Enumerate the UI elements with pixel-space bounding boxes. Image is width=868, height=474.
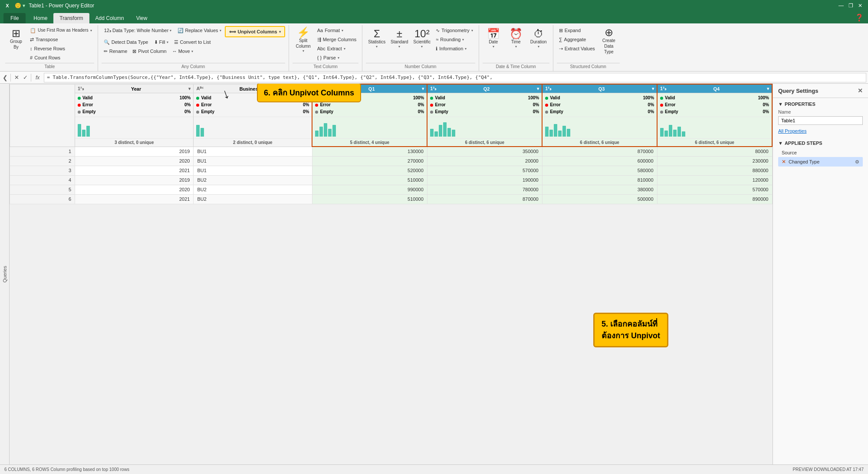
- minimize-btn[interactable]: —: [837, 1, 845, 10]
- query-settings-panel: Query Settings ✕ ▼ PROPERTIES Name All P…: [773, 84, 868, 464]
- scientific-button[interactable]: 10² Scientific ▾: [411, 26, 433, 52]
- text-group-content: ⚡ Split Column ▾ Aa Format ▾ ⇶ Merge Col…: [293, 26, 359, 62]
- cell-q2: 350000: [427, 147, 542, 156]
- ribbon: ⊞ Group By 📋 Use First Row as Headers ▾ …: [0, 23, 868, 72]
- col-header-q2[interactable]: 1²₃ Q2 ▾ Valid100% Error0% Empty0%: [427, 84, 542, 147]
- create-dt-icon: ⊕: [605, 27, 613, 38]
- fill-button[interactable]: ⬇ Fill ▾: [151, 38, 171, 46]
- query-name-input[interactable]: [778, 116, 863, 125]
- cell-year: 2021: [75, 166, 194, 175]
- maximize-btn[interactable]: ❐: [846, 1, 855, 10]
- formula-cancel-btn[interactable]: ✕: [13, 74, 20, 82]
- ribbon-tabs: File Home Transform Add Column View ❓: [0, 11, 868, 23]
- info-icon: ℹ: [436, 46, 437, 52]
- formula-input[interactable]: [44, 73, 866, 82]
- cell-bu: BU1: [194, 156, 312, 166]
- settings-header: Query Settings ✕: [773, 84, 868, 98]
- use-first-row-icon: 📋: [30, 28, 36, 33]
- formula-confirm-btn[interactable]: ✓: [21, 74, 29, 82]
- q4-filter-icon[interactable]: ▾: [767, 86, 769, 91]
- col-header-q3[interactable]: 1²₃ Q3 ▾ Valid100% Error0% Empty0%: [542, 84, 657, 147]
- queries-panel: Queries: [0, 84, 10, 464]
- move-button[interactable]: ↔ Move ▾: [170, 47, 196, 56]
- expand-button[interactable]: ⊞ Expand: [557, 26, 597, 35]
- table-row: 2 2020 BU1 270000 20000 600000 230000: [10, 156, 773, 166]
- q4-distinct: 6 distinct, 6 unique: [658, 138, 772, 146]
- col-header-year[interactable]: 1²₃ Year ▾ Valid100% Error0% Empty0%: [75, 84, 194, 147]
- tab-view[interactable]: View: [130, 13, 154, 23]
- duration-button[interactable]: ⏱ Duration ▾: [528, 26, 549, 52]
- group-by-button[interactable]: ⊞ Group By: [5, 26, 27, 52]
- statistics-button[interactable]: Σ Statistics ▾: [366, 26, 388, 52]
- q3-type-icon: 1²₃: [545, 86, 551, 92]
- tab-add-column[interactable]: Add Column: [89, 13, 130, 23]
- properties-section: ▼ PROPERTIES Name All Properties: [773, 98, 868, 137]
- information-button[interactable]: ℹ Information ▾: [434, 44, 475, 53]
- year-filter-icon[interactable]: ▾: [188, 86, 191, 91]
- step-error-icon: ✕: [782, 159, 786, 165]
- convert-to-list-button[interactable]: ☰ Convert to List: [172, 38, 213, 46]
- extract-values-button[interactable]: ⇢ Extract Values: [557, 44, 597, 53]
- format-button[interactable]: Aa Format ▾: [315, 26, 359, 35]
- q3-filter-icon[interactable]: ▾: [652, 86, 654, 91]
- data-type-dropdown[interactable]: 12₃ Data Type: Whole Number ▾: [102, 26, 174, 35]
- standard-button[interactable]: ± Standard ▾: [388, 26, 410, 52]
- replace-values-button[interactable]: 🔄 Replace Values ▾: [175, 26, 224, 35]
- cell-q3: 810000: [542, 175, 657, 185]
- step-source[interactable]: Source: [778, 148, 863, 157]
- pivot-icon: ⊠: [132, 49, 136, 54]
- settings-close-btn[interactable]: ✕: [858, 87, 863, 94]
- trigonometry-button[interactable]: ∿ Trigonometry ▾: [434, 26, 475, 35]
- unpivot-icon: ⟺: [229, 29, 236, 35]
- time-button[interactable]: ⏰ Time ▾: [505, 26, 527, 52]
- detect-data-type-button[interactable]: 🔍 Detect Data Type: [102, 38, 151, 46]
- split-icon: ⚡: [297, 27, 310, 38]
- help-icon[interactable]: ❓: [851, 12, 868, 23]
- cell-q1: 270000: [312, 156, 427, 166]
- reverse-rows-button[interactable]: ↕ Reverse Rows: [28, 44, 94, 53]
- title-bar: X 🙂 ▾ Table1 - Power Query Editor — ❐ ✕: [0, 0, 868, 11]
- cell-q2: 190000: [427, 175, 542, 185]
- create-data-type-button[interactable]: ⊕ Create Data Type: [598, 26, 620, 56]
- any-column-group-content: 12₃ Data Type: Whole Number ▾ 🔄 Replace …: [102, 26, 285, 62]
- extract-button[interactable]: Abc Extract ▾: [315, 44, 359, 53]
- applied-steps-section: ▼ APPLIED STEPS Source ✕ Changed Type ⚙: [773, 137, 868, 170]
- col-header-q4[interactable]: 1²₃ Q4 ▾ Valid100% Error0% Empty0%: [657, 84, 772, 147]
- duration-icon: ⏱: [533, 29, 544, 39]
- count-rows-button[interactable]: # Count Rows: [28, 53, 94, 62]
- year-distinct: 3 distinct, 0 unique: [75, 138, 193, 146]
- applied-steps-title: ▼ APPLIED STEPS: [778, 141, 863, 146]
- use-first-row-button[interactable]: 📋 Use First Row as Headers ▾: [28, 26, 94, 35]
- cell-year: 2020: [75, 156, 194, 166]
- rename-button[interactable]: ✏ Rename: [102, 47, 130, 56]
- step-gear-icon[interactable]: ⚙: [855, 159, 859, 165]
- date-button[interactable]: 📅 Date ▾: [483, 26, 504, 52]
- merge-columns-button[interactable]: ⇶ Merge Columns: [315, 35, 359, 44]
- pivot-column-button[interactable]: ⊠ Pivot Column: [130, 47, 168, 56]
- detect-icon: 🔍: [104, 39, 110, 45]
- transpose-button[interactable]: ⇄ Transpose: [28, 35, 94, 44]
- rounding-button[interactable]: ≈ Rounding ▾: [434, 35, 475, 44]
- table-group-content: ⊞ Group By 📋 Use First Row as Headers ▾ …: [5, 26, 94, 62]
- tab-transform[interactable]: Transform: [53, 13, 89, 23]
- year-type-icon: 1²₃: [78, 86, 84, 92]
- nav-left[interactable]: ❮: [2, 73, 9, 82]
- aggregate-button[interactable]: ∑ Aggregate: [557, 35, 597, 44]
- step-changed-type[interactable]: ✕ Changed Type ⚙: [778, 157, 863, 167]
- row-num: 3: [10, 166, 75, 175]
- close-btn[interactable]: ✕: [856, 1, 865, 10]
- ribbon-group-number: Σ Statistics ▾ ± Standard ▾ 10² Scientif…: [362, 25, 479, 71]
- parse-icon: { }: [317, 55, 322, 60]
- bu-type-icon: Aᴮᶜ: [196, 86, 204, 92]
- parse-button[interactable]: { } Parse ▾: [315, 53, 359, 62]
- cell-year: 2020: [75, 185, 194, 194]
- transpose-icon: ⇄: [30, 37, 34, 42]
- move-icon: ↔: [172, 49, 177, 54]
- tab-home[interactable]: Home: [27, 13, 53, 23]
- all-properties-link[interactable]: All Properties: [778, 128, 806, 134]
- split-column-button[interactable]: ⚡ Split Column ▾: [293, 26, 314, 55]
- unpivot-columns-button[interactable]: ⟺ Unpivot Columns ▾: [225, 26, 285, 37]
- q2-filter-icon[interactable]: ▾: [537, 86, 539, 91]
- q1-filter-icon[interactable]: ▾: [422, 86, 424, 91]
- tab-file[interactable]: File: [3, 13, 26, 23]
